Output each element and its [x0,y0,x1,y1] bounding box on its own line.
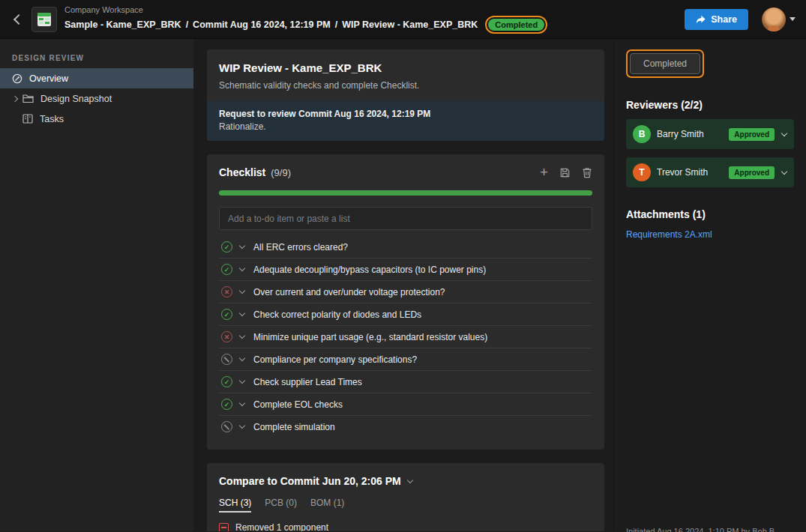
chevron-down-icon[interactable] [238,288,245,295]
chevron-down-icon[interactable] [238,356,245,363]
checklist-item[interactable]: Minimize unique part usage (e.g., standa… [219,326,592,348]
back-icon[interactable] [10,13,24,26]
checklist-item[interactable]: Compliance per company specifications? [219,348,592,371]
status-badge: Completed [488,19,544,31]
status-icon[interactable] [221,421,232,432]
request-body: Rationalize. [219,121,592,132]
compare-changes: Removed 1 component Modified 2 nets [219,522,592,531]
chevron-down-icon[interactable] [238,244,245,250]
chevron-down-icon[interactable] [238,266,245,273]
checklist-item[interactable]: Complete EOL checks [219,393,592,416]
checklist-item-text: Complete EOL checks [253,399,343,410]
avatar[interactable] [762,7,786,31]
breadcrumb-commit[interactable]: Commit Aug 16 2024, 12:19 PM [193,19,331,30]
add-item-icon[interactable]: + [540,167,548,178]
status-icon[interactable] [221,354,232,365]
compare-title: Compare to Commit Jun 20, 2:06 PM [219,475,401,487]
status-icon[interactable] [221,331,232,342]
delete-icon[interactable] [582,167,592,178]
chevron-down-icon[interactable] [238,401,245,408]
checklist-item[interactable]: Check correct polarity of diodes and LED… [219,303,592,326]
status-icon[interactable] [221,376,232,387]
reviewer-avatar: B [633,125,651,143]
approved-badge: Approved [729,166,775,179]
sidebar-section-title: DESIGN REVIEW [0,46,193,68]
tab-bom[interactable]: BOM (1) [310,498,344,513]
sidebar-item-tasks[interactable]: Tasks [0,109,193,129]
chevron-down-icon[interactable] [238,378,245,385]
checklist-progress-fill [219,190,592,196]
checklist-item-text: Complete simulation [253,422,335,432]
attachments-title: Attachments (1) [626,208,794,220]
status-icon[interactable] [221,399,232,410]
status-icon[interactable] [221,264,232,275]
tab-sch[interactable]: SCH (3) [219,498,251,513]
reviewers-title: Reviewers (2/2) [626,99,794,111]
share-button[interactable]: Share [685,9,748,30]
project-icon[interactable] [31,7,57,32]
sidebar-item-label: Design Snapshot [40,94,112,104]
initiated-note: Initiated Aug 16 2024, 1:10 PM by Bob B [626,527,775,532]
attachment-link[interactable]: Requirements 2A.xml [626,229,712,240]
checklist-count: (9/9) [271,167,291,178]
tasks-icon [22,114,33,124]
checklist-items: All ERC errors cleared? Adequate decoupl… [219,236,592,438]
breadcrumb-separator: / [335,19,337,30]
change-label: Removed 1 component [235,522,328,531]
status-button-annotation: Completed [626,49,704,78]
share-button-label: Share [711,14,737,25]
compare-tabs: SCH (3) PCB (0) BOM (1) [219,498,592,513]
sidebar-item-overview[interactable]: Overview [0,68,193,88]
checklist-progress-bar [219,190,592,196]
sidebar: DESIGN REVIEW Overview Design Snapshot [0,39,193,531]
save-icon[interactable] [559,167,571,178]
chevron-down-icon[interactable] [407,478,414,485]
breadcrumb: Company Workspace Sample - Kame_EXP_BRK … [64,5,547,34]
chevron-down-icon[interactable] [238,311,245,318]
review-status-button[interactable]: Completed [630,53,700,74]
folder-icon [22,94,34,103]
right-panel: Completed Reviewers (2/2) B Barry Smith … [613,39,806,531]
workspace-label: Company Workspace [64,5,547,14]
add-todo-input[interactable] [219,207,592,230]
compare-panel: Compare to Commit Jun 20, 2:06 PM SCH (3… [207,463,604,531]
review-title: WIP Review - Kame_EXP_BRK [219,61,592,74]
reviewer-avatar: T [633,163,651,181]
reviewer-row[interactable]: T Trevor Smith Approved [626,157,794,187]
chevron-down-icon[interactable] [781,131,787,138]
removed-icon [219,523,229,532]
checklist-item[interactable]: Adequate decoupling/bypass capacitors (t… [219,259,592,281]
breadcrumb-project[interactable]: Sample - Kame_EXP_BRK [64,19,181,30]
checklist-item-text: Over current and over/under voltage prot… [253,287,445,297]
breadcrumb-separator: / [186,19,188,30]
chevron-down-icon[interactable] [238,423,245,430]
chevron-down-icon[interactable] [238,333,245,340]
checklist-item[interactable]: Complete simulation [219,416,592,438]
user-menu[interactable] [762,7,796,31]
checklist-item[interactable]: Over current and over/under voltage prot… [219,281,592,303]
compare-title-row[interactable]: Compare to Commit Jun 20, 2:06 PM [219,475,592,487]
share-icon [696,15,706,24]
breadcrumb-review: WIP Review - Kame_EXP_BRK [342,19,478,30]
checklist-item-text: Minimize unique part usage (e.g., standa… [253,332,487,342]
tab-pcb[interactable]: PCB (0) [265,498,297,513]
checklist-item-text: All ERC errors cleared? [253,242,348,253]
sidebar-item-label: Overview [29,73,68,84]
review-request-box: Request to review Commit Aug 16 2024, 12… [207,101,604,141]
review-summary-panel: WIP Review - Kame_EXP_BRK Schematic vali… [207,49,604,141]
checklist-item[interactable]: Check supplier Lead Times [219,371,592,393]
checklist-item[interactable]: All ERC errors cleared? [219,236,592,259]
reviewer-name: Barry Smith [657,129,723,139]
checklist-panel: Checklist (9/9) + [207,154,604,450]
status-icon[interactable] [221,241,232,253]
reviewer-row[interactable]: B Barry Smith Approved [626,119,794,149]
checklist-item-text: Check supplier Lead Times [253,377,362,387]
sidebar-item-design-snapshot[interactable]: Design Snapshot [0,88,193,109]
status-icon[interactable] [221,286,232,297]
chevron-down-icon [790,17,796,21]
reviewer-name: Trevor Smith [657,167,723,178]
checklist-title: Checklist [219,166,265,178]
status-icon[interactable] [221,309,232,320]
chevron-right-icon[interactable] [12,96,18,102]
chevron-down-icon[interactable] [781,169,787,176]
